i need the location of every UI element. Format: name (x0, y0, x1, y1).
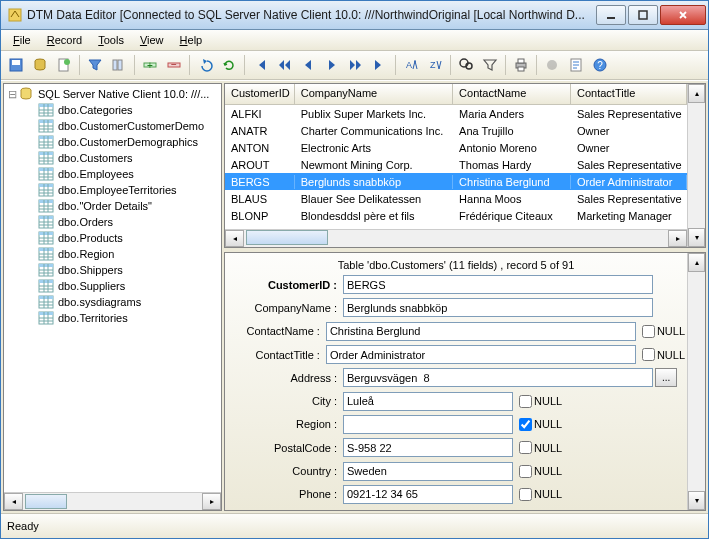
scroll-right-icon[interactable]: ▸ (668, 230, 687, 247)
refresh-icon[interactable] (218, 54, 240, 76)
tree-root[interactable]: ⊟SQL Server Native Client 10.0: ///... (6, 86, 219, 102)
sort-asc-icon[interactable]: A (400, 54, 422, 76)
tree-item[interactable]: dbo.Suppliers (6, 278, 219, 294)
scroll-left-icon[interactable]: ◂ (225, 230, 244, 247)
app-icon (7, 7, 23, 23)
grid-body[interactable]: ALFKIPublix Super Markets Inc.Maria Ande… (225, 105, 687, 229)
scroll-left-icon[interactable]: ◂ (4, 493, 23, 510)
scroll-down-icon[interactable]: ▾ (688, 228, 705, 247)
print-icon[interactable] (510, 54, 532, 76)
tree-item[interactable]: dbo.Customers (6, 150, 219, 166)
columns-icon[interactable] (108, 54, 130, 76)
table-icon (38, 134, 54, 150)
column-header[interactable]: CustomerID (225, 84, 295, 104)
undo-icon[interactable] (194, 54, 216, 76)
next-icon[interactable] (321, 54, 343, 76)
null-checkbox[interactable]: NULL (519, 441, 562, 454)
tree-item[interactable]: dbo.CustomerDemographics (6, 134, 219, 150)
last-icon[interactable] (369, 54, 391, 76)
database-icon[interactable] (29, 54, 51, 76)
field-input[interactable] (343, 392, 513, 411)
null-checkbox[interactable]: NULL (519, 465, 562, 478)
column-header[interactable]: CompanyName (295, 84, 453, 104)
field-input[interactable] (326, 345, 636, 364)
tree-item[interactable]: dbo.Employees (6, 166, 219, 182)
scroll-up-icon[interactable]: ▴ (688, 253, 705, 272)
tree-item[interactable]: dbo.Orders (6, 214, 219, 230)
form-vscrollbar[interactable]: ▴ ▾ (687, 253, 705, 510)
save-icon[interactable] (5, 54, 27, 76)
tree-item[interactable]: dbo."Order Details" (6, 198, 219, 214)
filter2-icon[interactable] (479, 54, 501, 76)
help-icon[interactable]: ? (589, 54, 611, 76)
null-checkbox[interactable]: NULL (519, 395, 562, 408)
field-input[interactable] (343, 275, 653, 294)
ellipsis-button[interactable]: ... (655, 368, 677, 387)
tree-item[interactable]: dbo.CustomerCustomerDemo (6, 118, 219, 134)
menubar: FileRecordToolsViewHelp (1, 30, 708, 51)
grid-vscrollbar[interactable]: ▴ ▾ (687, 84, 705, 247)
field-input[interactable] (343, 438, 513, 457)
scroll-thumb[interactable] (246, 230, 328, 245)
filter-icon[interactable] (84, 54, 106, 76)
field-input[interactable] (343, 485, 513, 504)
tree-item[interactable]: dbo.Categories (6, 102, 219, 118)
table-row[interactable]: ALFKIPublix Super Markets Inc.Maria Ande… (225, 105, 687, 122)
tree-item[interactable]: dbo.Territories (6, 310, 219, 326)
table-row[interactable]: AROUTNewmont Mining Corp.Thomas HardySal… (225, 156, 687, 173)
tree-item[interactable]: dbo.sysdiagrams (6, 294, 219, 310)
minimize-button[interactable] (596, 5, 626, 25)
menu-tools[interactable]: Tools (90, 32, 132, 48)
null-checkbox[interactable]: NULL (519, 488, 562, 501)
maximize-button[interactable] (628, 5, 658, 25)
scroll-up-icon[interactable]: ▴ (688, 84, 705, 103)
tree-item[interactable]: dbo.EmployeeTerritories (6, 182, 219, 198)
sort-desc-icon[interactable]: Z (424, 54, 446, 76)
menu-record[interactable]: Record (39, 32, 90, 48)
field-input[interactable] (343, 298, 653, 317)
prev-page-icon[interactable] (273, 54, 295, 76)
table-row[interactable]: BLAUSBlauer See DelikatessenHanna MoosSa… (225, 190, 687, 207)
titlebar[interactable]: DTM Data Editor [Connected to SQL Server… (1, 1, 708, 30)
add-row-icon[interactable]: + (139, 54, 161, 76)
field-input[interactable] (326, 322, 636, 341)
menu-view[interactable]: View (132, 32, 172, 48)
scroll-down-icon[interactable]: ▾ (688, 491, 705, 510)
tree-hscrollbar[interactable]: ◂ ▸ (4, 492, 221, 510)
tree-item[interactable]: dbo.Region (6, 246, 219, 262)
delete-row-icon[interactable]: − (163, 54, 185, 76)
window-title: DTM Data Editor [Connected to SQL Server… (27, 8, 596, 22)
scroll-right-icon[interactable]: ▸ (202, 493, 221, 510)
new-icon[interactable] (53, 54, 75, 76)
field-input[interactable] (343, 368, 653, 387)
grid-hscrollbar[interactable]: ◂ ▸ (225, 229, 687, 247)
svg-text:Z: Z (430, 60, 436, 70)
close-button[interactable] (660, 5, 706, 25)
tree-item[interactable]: dbo.Products (6, 230, 219, 246)
toolbar-main: + − A Z ? (1, 51, 708, 80)
next-page-icon[interactable] (345, 54, 367, 76)
field-label: Address : (227, 372, 343, 384)
record-icon[interactable] (541, 54, 563, 76)
table-row[interactable]: ANATRCharter Communications Inc.Ana Truj… (225, 122, 687, 139)
field-input[interactable] (343, 415, 513, 434)
grid-header[interactable]: CustomerIDCompanyNameContactNameContactT… (225, 84, 687, 105)
field-input[interactable] (343, 462, 513, 481)
null-checkbox[interactable]: NULL (642, 348, 685, 361)
prev-icon[interactable] (297, 54, 319, 76)
table-row[interactable]: ANTONElectronic ArtsAntonio MorenoOwner (225, 139, 687, 156)
column-header[interactable]: ContactTitle (571, 84, 687, 104)
table-icon (38, 166, 54, 182)
table-row[interactable]: BERGSBerglunds snabbköpChristina Berglun… (225, 173, 687, 190)
table-row[interactable]: BLONPBlondesddsl père et filsFrédérique … (225, 207, 687, 224)
first-icon[interactable] (249, 54, 271, 76)
menu-help[interactable]: Help (172, 32, 211, 48)
column-header[interactable]: ContactName (453, 84, 571, 104)
null-checkbox[interactable]: NULL (519, 418, 562, 431)
tree-item[interactable]: dbo.Shippers (6, 262, 219, 278)
script-icon[interactable] (565, 54, 587, 76)
scroll-thumb[interactable] (25, 494, 67, 509)
null-checkbox[interactable]: NULL (642, 325, 685, 338)
menu-file[interactable]: File (5, 32, 39, 48)
find-icon[interactable] (455, 54, 477, 76)
